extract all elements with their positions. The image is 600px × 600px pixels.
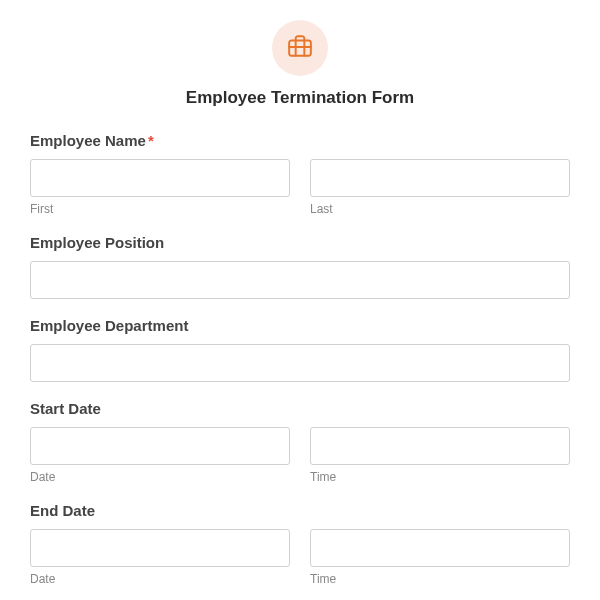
briefcase-icon [287, 33, 313, 63]
employee-position-label: Employee Position [30, 234, 570, 251]
last-name-input[interactable] [310, 159, 570, 197]
end-date-input[interactable] [30, 529, 290, 567]
svg-rect-0 [289, 41, 311, 56]
employee-position-group: Employee Position [30, 234, 570, 299]
form-title: Employee Termination Form [30, 88, 570, 108]
end-date-sublabel: Date [30, 572, 290, 586]
end-time-sublabel: Time [310, 572, 570, 586]
employee-name-label: Employee Name* [30, 132, 570, 149]
start-date-group: Start Date Date Time [30, 400, 570, 484]
employee-name-group: Employee Name* First Last [30, 132, 570, 216]
end-time-input[interactable] [310, 529, 570, 567]
employee-department-label: Employee Department [30, 317, 570, 334]
first-name-sublabel: First [30, 202, 290, 216]
header-icon-circle [272, 20, 328, 76]
employee-department-group: Employee Department [30, 317, 570, 382]
end-date-label: End Date [30, 502, 570, 519]
first-name-input[interactable] [30, 159, 290, 197]
form-header: Employee Termination Form [30, 20, 570, 108]
end-date-group: End Date Date Time [30, 502, 570, 586]
start-time-input[interactable] [310, 427, 570, 465]
start-date-input[interactable] [30, 427, 290, 465]
start-time-sublabel: Time [310, 470, 570, 484]
employee-position-input[interactable] [30, 261, 570, 299]
last-name-sublabel: Last [310, 202, 570, 216]
employee-department-input[interactable] [30, 344, 570, 382]
start-date-sublabel: Date [30, 470, 290, 484]
required-mark: * [148, 132, 154, 149]
start-date-label: Start Date [30, 400, 570, 417]
